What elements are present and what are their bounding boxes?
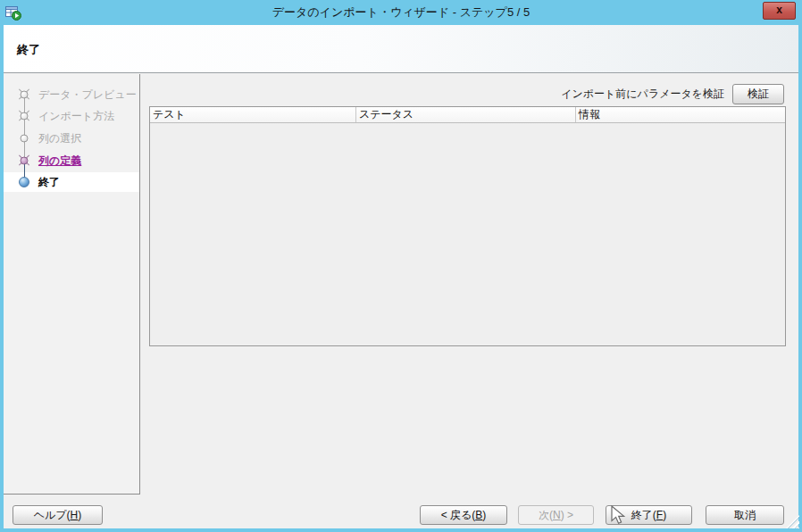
sidebar-step-data-preview: データ・プレビュー xyxy=(4,85,139,104)
step-label: 列の選択 xyxy=(38,131,81,146)
column-header-test[interactable]: テスト xyxy=(150,107,356,122)
next-label: 次( xyxy=(539,509,553,521)
help-button[interactable]: ヘルプ(H) xyxy=(13,505,103,525)
validate-row: インポート前にパラメータを検証 検証 xyxy=(561,84,784,104)
table-header-row: テスト ステータス 情報 xyxy=(150,107,785,123)
validate-label: インポート前にパラメータを検証 xyxy=(561,87,724,102)
step-label: 終了 xyxy=(38,175,60,190)
step-node-icon xyxy=(21,135,29,143)
step-link[interactable]: 列の定義 xyxy=(38,154,81,169)
close-icon: x xyxy=(776,4,782,16)
table-run-icon xyxy=(4,4,22,21)
table-body-empty xyxy=(150,123,785,345)
column-header-info[interactable]: 情報 xyxy=(576,107,785,122)
step-node-icon xyxy=(21,157,29,165)
verify-button[interactable]: 検証 xyxy=(732,84,784,104)
sidebar-step-column-definition[interactable]: 列の定義 xyxy=(4,151,139,170)
back-label-end: ) xyxy=(482,509,486,521)
column-header-status[interactable]: ステータス xyxy=(356,107,576,122)
sidebar-step-import-method: インポート方法 xyxy=(4,106,139,126)
next-button[interactable]: 次(N) > xyxy=(518,505,594,525)
page-header: 終了 xyxy=(4,25,798,73)
page-title: 終了 xyxy=(17,42,40,58)
next-mnemonic: N xyxy=(553,509,561,521)
step-node-icon xyxy=(21,91,29,99)
help-mnemonic: H xyxy=(71,509,79,521)
help-label-end: ) xyxy=(78,509,81,521)
wizard-steps-sidebar: データ・プレビュー インポート方法 列の選択 列の定義 終了 xyxy=(4,74,140,495)
step-node-icon xyxy=(21,112,29,121)
finish-button[interactable]: 終了(F) xyxy=(606,505,692,525)
close-button[interactable]: x xyxy=(763,2,796,20)
titlebar[interactable]: データのインポート・ウィザード - ステップ5 / 5 x xyxy=(0,0,802,25)
finish-label-end: ) xyxy=(663,509,666,521)
back-label: < 戻る( xyxy=(441,509,476,521)
dialog-surface: 終了 データ・プレビュー インポート方法 列の選択 xyxy=(4,25,798,528)
step-label: データ・プレビュー xyxy=(38,87,137,103)
back-button[interactable]: < 戻る(B) xyxy=(420,505,507,525)
next-label-end: ) > xyxy=(561,509,573,521)
test-results-table: テスト ステータス 情報 xyxy=(149,106,786,346)
window-title: データのインポート・ウィザード - ステップ5 / 5 xyxy=(54,0,748,25)
sidebar-step-finish[interactable]: 終了 xyxy=(4,172,139,192)
step-label: インポート方法 xyxy=(38,109,114,124)
finish-label: 終了( xyxy=(631,509,656,521)
import-wizard-window: データのインポート・ウィザード - ステップ5 / 5 x 終了 データ・プレビ… xyxy=(0,0,802,532)
sidebar-step-column-selection: 列の選択 xyxy=(4,129,139,148)
help-label: ヘルプ( xyxy=(34,509,71,521)
cancel-button[interactable]: 取消 xyxy=(706,505,784,525)
step-node-icon xyxy=(19,177,29,187)
